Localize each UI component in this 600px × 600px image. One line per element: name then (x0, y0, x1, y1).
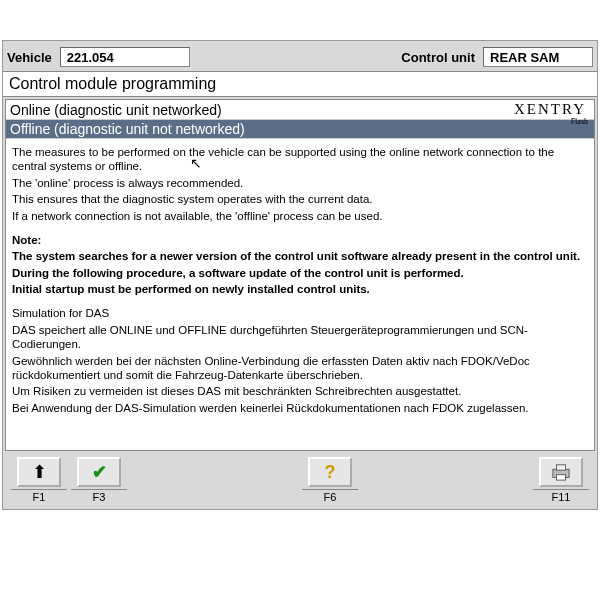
f6-button[interactable]: ? F6 (300, 457, 360, 503)
note-line: Initial startup must be performed on new… (12, 282, 588, 296)
question-icon: ? (325, 462, 336, 483)
f11-button[interactable]: F11 (531, 457, 591, 503)
sim-line: DAS speichert alle ONLINE und OFFLINE du… (12, 323, 588, 352)
vehicle-value: 221.054 (60, 47, 190, 67)
control-unit-label: Control unit (401, 50, 481, 65)
sim-heading: Simulation for DAS (12, 306, 588, 320)
check-icon: ✔ (92, 461, 107, 483)
svg-rect-1 (557, 465, 566, 470)
up-arrow-icon: ⬆ (32, 461, 47, 483)
f1-button[interactable]: ⬆ F1 (9, 457, 69, 503)
header-bar: Vehicle 221.054 Control unit REAR SAM (3, 41, 597, 71)
printer-icon (550, 463, 572, 481)
f3-label: F3 (71, 489, 127, 503)
xentry-subtext: Flash (571, 117, 588, 126)
info-line: If a network connection is not available… (12, 209, 588, 223)
info-line: This ensures that the diagnostic system … (12, 192, 588, 206)
app-window: Vehicle 221.054 Control unit REAR SAM Co… (2, 40, 598, 510)
note-heading: Note: (12, 233, 588, 247)
sim-line: Bei Anwendung der DAS-Simulation werden … (12, 401, 588, 415)
f1-label: F1 (11, 489, 67, 503)
option-offline[interactable]: Offline (diagnostic unit not networked) (6, 120, 594, 139)
note-line: During the following procedure, a softwa… (12, 266, 588, 280)
vehicle-label: Vehicle (7, 50, 58, 65)
xentry-text: XENTRY (514, 101, 586, 117)
xentry-brand: XENTRY Flash (514, 101, 590, 118)
content-panel: Online (diagnostic unit networked) XENTR… (5, 99, 595, 451)
info-line: The measures to be performed on the vehi… (12, 145, 588, 174)
page-title: Control module programming (3, 71, 597, 97)
info-line: The 'online' process is always recommend… (12, 176, 588, 190)
f3-button[interactable]: ✔ F3 (69, 457, 129, 503)
note-line: The system searches for a newer version … (12, 249, 588, 263)
svg-rect-2 (557, 475, 566, 480)
option-online-label: Online (diagnostic unit networked) (10, 102, 222, 118)
option-online[interactable]: Online (diagnostic unit networked) XENTR… (6, 100, 594, 120)
control-unit-value: REAR SAM (483, 47, 593, 67)
body-text: The measures to be performed on the vehi… (6, 139, 594, 450)
footer-bar: ⬆ F1 ✔ F3 ? F6 F11 (3, 453, 597, 509)
sim-line: Gewöhnlich werden bei der nächsten Onlin… (12, 354, 588, 383)
sim-line: Um Risiken zu vermeiden ist dieses DAS m… (12, 384, 588, 398)
option-offline-label: Offline (diagnostic unit not networked) (10, 121, 245, 137)
f6-label: F6 (302, 489, 358, 503)
f11-label: F11 (533, 489, 589, 503)
